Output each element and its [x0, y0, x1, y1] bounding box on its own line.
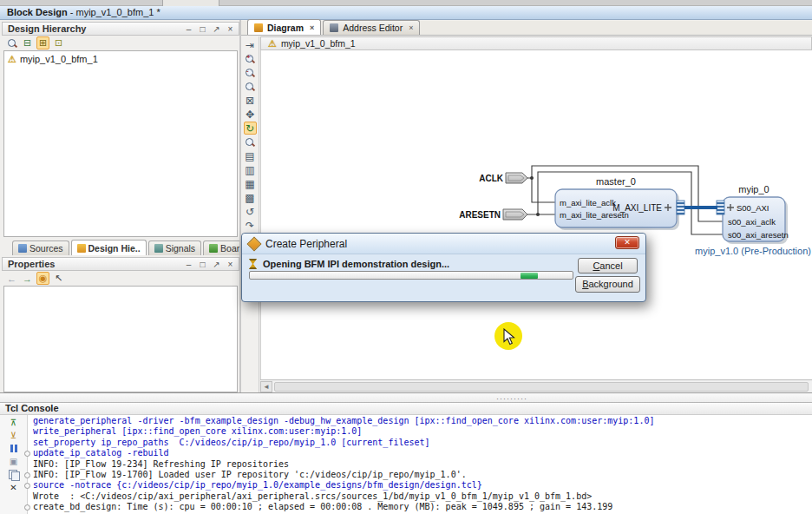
horizontal-scrollbar[interactable]: ◄ [260, 379, 812, 392]
tab-signals[interactable]: Signals [148, 241, 201, 255]
select-area-icon[interactable]: ⊠ [244, 94, 257, 107]
float-icon[interactable]: ↗ [212, 23, 221, 36]
background-button[interactable]: Background [575, 276, 640, 293]
search-icon[interactable] [5, 36, 18, 49]
signals-icon [154, 244, 163, 253]
maximize-icon[interactable]: □ [198, 259, 207, 271]
minimize-icon[interactable]: – [184, 23, 193, 36]
cancel-button-label: Cancel [579, 259, 637, 273]
properties-toolbar: ← → ◉ ↖ [2, 272, 239, 285]
close-icon[interactable]: × [409, 23, 413, 32]
pause-output-icon[interactable] [7, 443, 21, 454]
tab-sources[interactable]: Sources [12, 241, 69, 255]
back-icon[interactable]: ← [5, 272, 18, 285]
tab-signals-label: Signals [166, 243, 195, 254]
flow-tree-icon[interactable]: ⊼ [7, 417, 21, 428]
dock-icon[interactable]: ⇥ [244, 38, 257, 51]
progress-indicator [521, 273, 538, 279]
block-master-0[interactable]: master_0 m_axi_lite_aclk m_axi_lite_ares… [555, 176, 684, 230]
maximize-icon[interactable]: □ [198, 23, 207, 36]
hourglass-icon [249, 259, 257, 269]
diagram-toolbar: ⇥ + - ⊠ ✥ ↻ ▤ ▥ ▦ ▩ ↺ ↷ [241, 36, 259, 392]
svg-text:ARESETN: ARESETN [459, 210, 501, 220]
block-diagram: ACLK ARESETN master_0 m_axi_lite_aclk m_… [260, 50, 812, 379]
float-icon[interactable]: ↗ [212, 259, 221, 271]
scroll-left-icon[interactable]: ◄ [260, 381, 272, 392]
forward-icon[interactable]: → [21, 272, 34, 285]
interface-connector[interactable] [717, 201, 724, 214]
tcl-line: Wrote : <C:/videos/cip/axi_peripheral/ax… [33, 491, 809, 502]
tcl-console-header: Tcl Console [0, 402, 812, 415]
collapse-all-icon[interactable]: ⊟ [21, 36, 34, 49]
tab-address-editor-label: Address Editor [343, 23, 403, 33]
zoom-in-icon[interactable]: + [244, 52, 257, 65]
vivado-icon [247, 236, 262, 251]
console-splitter[interactable]: ········· [0, 392, 812, 402]
mouse-cursor [503, 328, 517, 346]
interface-connector[interactable] [677, 201, 684, 214]
autofit-layout-icon[interactable]: ↻ [244, 122, 257, 135]
copy-icon[interactable] [7, 469, 21, 480]
tab-address-editor[interactable]: Address Editor × [323, 20, 420, 35]
window-title-doc: myip_v1_0_bfm_1 * [75, 7, 160, 17]
svg-text:ACLK: ACLK [479, 174, 504, 183]
pin-label: M_AXI_LITE [612, 203, 662, 213]
add-ip-icon[interactable]: ▤ [244, 149, 257, 162]
port-aclk[interactable]: ACLK [479, 173, 527, 183]
tcl-line: write_peripheral [ipx::find_open_core xi… [33, 426, 809, 437]
tcl-line: create_bd_design: Time (s): cpu = 00:00:… [33, 502, 809, 512]
tcl-console-title: Tcl Console [5, 403, 59, 413]
board-icon [209, 244, 218, 253]
tcl-line: update_ip_catalog -rebuild [33, 448, 809, 458]
scrollbar-thumb[interactable] [274, 382, 809, 392]
properties-panel-header: Properties – □ ↗ × [2, 257, 239, 271]
close-icon[interactable]: × [226, 23, 235, 36]
properties-content [3, 286, 238, 392]
zoom-out-icon[interactable]: - [244, 66, 257, 79]
properties-mode-icon[interactable]: ◉ [36, 272, 49, 285]
cancel-button[interactable]: Cancel [578, 258, 638, 273]
close-icon[interactable]: × [310, 23, 314, 32]
regenerate-layout-icon[interactable]: ↺ [244, 205, 257, 218]
dialog-message: Opening BFM IPI demonstration design... [263, 259, 449, 269]
tcl-line: set_property ip_repo_paths C:/videos/cip… [33, 438, 809, 448]
tcl-line: generate_peripheral -driver -bfm_example… [33, 416, 809, 426]
redraw-icon[interactable]: ↷ [244, 219, 257, 232]
properties-title: Properties [8, 259, 55, 269]
expand-all-icon[interactable]: ⊞ [36, 36, 49, 49]
close-icon[interactable]: × [226, 259, 235, 271]
window-title-bar: Block Design - myip_v1_0_bfm_1 * [0, 6, 812, 20]
diagram-tabstrip: Diagram × Address Editor × [241, 21, 812, 36]
tab-sources-label: Sources [29, 243, 63, 254]
dialog-close-button[interactable]: ✕ [615, 236, 639, 249]
wire-junction [530, 176, 534, 180]
block-myip-0[interactable]: myip_0 S00_AXI s00_axi_aclk s00_axi_ares… [695, 184, 811, 256]
select-pointer-icon[interactable]: ↖ [52, 272, 65, 285]
make-external-icon[interactable]: ▥ [244, 163, 257, 176]
tab-diagram-label: Diagram [267, 23, 304, 33]
fit-selection-icon[interactable]: ✥ [244, 108, 257, 121]
validate-design-icon[interactable]: ▩ [244, 191, 257, 204]
tab-design-hierarchy[interactable]: Design Hie.. [71, 240, 147, 255]
tab-diagram[interactable]: Diagram × [247, 19, 321, 35]
flow-tree-alt-icon[interactable]: ⊻ [7, 430, 21, 441]
dialog-title-bar[interactable]: Create Peripheral [242, 234, 645, 254]
search-icon[interactable] [244, 135, 257, 148]
customize-block-icon[interactable]: ▦ [244, 177, 257, 190]
show-hierarchy-icon[interactable]: ⊡ [52, 36, 65, 49]
tree-item-design[interactable]: ⚠ myip_v1_0_bfm_1 [8, 54, 233, 64]
left-panel-tabstrip: Sources Design Hie.. Signals Board Part … [2, 241, 239, 255]
design-hierarchy-panel-header: Design Hierarchy – □ ↗ × [2, 22, 239, 36]
pin-label: S00_AXI [737, 203, 769, 213]
background-button-label: Background [576, 277, 639, 291]
port-aresetn[interactable]: ARESETN [459, 209, 527, 220]
zoom-fit-icon[interactable] [244, 80, 257, 93]
block-caption: myip_v1.0 (Pre-Production) [695, 246, 811, 256]
tcl-line: INFO: [IP_Flow 19-234] Refreshing IP rep… [33, 459, 809, 470]
minimize-icon[interactable]: – [184, 259, 193, 271]
clear-console-icon[interactable]: ✕ [7, 482, 21, 493]
tree-item-label: myip_v1_0_bfm_1 [20, 54, 98, 64]
dialog-title: Create Peripheral [265, 238, 347, 250]
scroll-lock-icon[interactable]: ▣ [7, 456, 21, 467]
design-hierarchy-toolbar: ⊟ ⊞ ⊡ [2, 36, 239, 49]
